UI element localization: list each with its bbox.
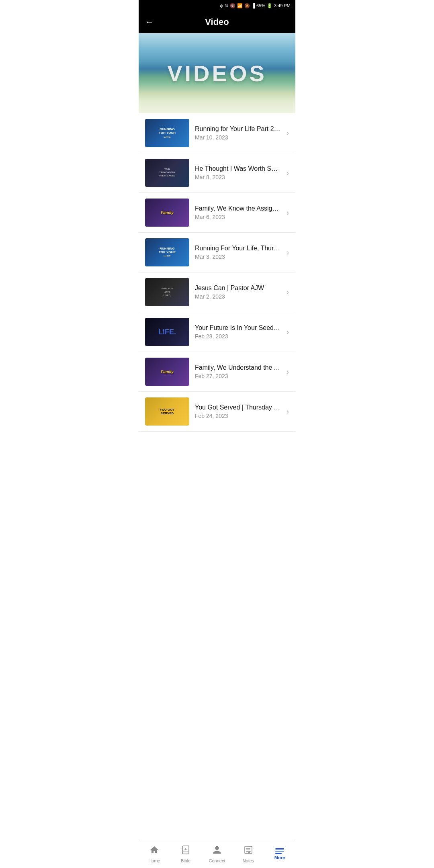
thumb-label: YOU GOTSERVED	[160, 408, 175, 415]
bluetooth-icon: ⬖	[220, 3, 223, 8]
video-date: Feb 24, 2023	[195, 413, 281, 419]
video-info: Family, We Understand the Assign.. Feb 2…	[195, 364, 281, 379]
video-date: Mar 3, 2023	[195, 254, 281, 260]
video-info: Your Future Is In Your Seed | Pastor.. F…	[195, 324, 281, 340]
battery-icon: 🔋	[267, 3, 272, 8]
chevron-right-icon: ›	[287, 328, 289, 336]
thumb-label: RUNNINGFOR YOURLIFE	[159, 127, 176, 139]
video-info: You Got Served | Thursday February.. Feb…	[195, 404, 281, 419]
video-title: Running for Your Life Part 2 | March..	[195, 125, 281, 133]
video-thumbnail: HOW YOUHAVELIVED,	[145, 278, 189, 306]
video-thumbnail: TO HTREAD OVERTHEIR CAUSE	[145, 159, 189, 187]
status-icons: ⬖ ℕ 🔇 📶 🔕 ▐ 65% 🔋 3:49 PM	[220, 3, 291, 8]
status-bar: ⬖ ℕ 🔇 📶 🔕 ▐ 65% 🔋 3:49 PM	[139, 0, 295, 11]
video-title: You Got Served | Thursday February..	[195, 404, 281, 411]
video-title: Family, We Know the Assignment, S..	[195, 205, 281, 212]
back-button[interactable]: ←	[145, 17, 154, 27]
video-date: Mar 8, 2023	[195, 174, 281, 180]
video-info: Family, We Know the Assignment, S.. Mar …	[195, 205, 281, 220]
list-item[interactable]: RUNNINGFOR YOURLIFE Running for Your Lif…	[139, 113, 295, 153]
video-info: Running for Your Life Part 2 | March.. M…	[195, 125, 281, 141]
list-item[interactable]: Family Family, We Know the Assignment, S…	[139, 193, 295, 233]
video-title: He Thought I Was Worth Saving | P..	[195, 165, 281, 172]
wifi-icon: 📶	[237, 3, 243, 8]
video-date: Mar 2, 2023	[195, 293, 281, 300]
chevron-right-icon: ›	[287, 368, 289, 376]
video-info: He Thought I Was Worth Saving | P.. Mar …	[195, 165, 281, 180]
notification-icon: 🔕	[244, 3, 250, 8]
video-title: Running For Your Life, Thursday Ma..	[195, 245, 281, 252]
thumb-label: HOW YOUHAVELIVED,	[160, 285, 174, 299]
video-title: Jesus Can | Pastor AJW	[195, 285, 281, 292]
video-thumbnail: LIFE.	[145, 318, 189, 346]
video-title: Family, We Understand the Assign..	[195, 364, 281, 371]
thumb-label: Family	[161, 211, 174, 215]
list-item[interactable]: HOW YOUHAVELIVED, Jesus Can | Pastor AJW…	[139, 272, 295, 312]
header: ← Video	[139, 11, 295, 33]
video-date: Mar 6, 2023	[195, 214, 281, 220]
nfc-icon: ℕ	[225, 3, 228, 8]
video-date: Mar 10, 2023	[195, 134, 281, 141]
video-thumbnail: Family	[145, 358, 189, 386]
video-info: Running For Your Life, Thursday Ma.. Mar…	[195, 245, 281, 260]
thumb-label: Family	[161, 370, 174, 374]
list-item[interactable]: Family Family, We Understand the Assign.…	[139, 352, 295, 392]
chevron-right-icon: ›	[287, 407, 289, 416]
chevron-right-icon: ›	[287, 209, 289, 217]
thumb-label: LIFE.	[158, 328, 176, 336]
list-item[interactable]: RUNNINGFOR YOURLIFE Running For Your Lif…	[139, 233, 295, 272]
video-thumbnail: RUNNINGFOR YOURLIFE	[145, 119, 189, 147]
chevron-right-icon: ›	[287, 248, 289, 257]
thumb-label: TO HTREAD OVERTHEIR CAUSE	[159, 168, 176, 177]
list-item[interactable]: LIFE. Your Future Is In Your Seed | Past…	[139, 312, 295, 352]
hero-banner: VIDEOS	[139, 33, 295, 113]
mute-icon: 🔇	[230, 3, 235, 8]
video-thumbnail: YOU GOTSERVED	[145, 397, 189, 426]
thumb-label: RUNNINGFOR YOURLIFE	[159, 247, 176, 258]
video-list: RUNNINGFOR YOURLIFE Running for Your Lif…	[139, 113, 295, 432]
battery-percent: 65%	[256, 3, 265, 8]
list-item[interactable]: YOU GOTSERVED You Got Served | Thursday …	[139, 392, 295, 432]
list-item[interactable]: TO HTREAD OVERTHEIR CAUSE He Thought I W…	[139, 153, 295, 193]
video-info: Jesus Can | Pastor AJW Mar 2, 2023	[195, 285, 281, 300]
video-thumbnail: RUNNINGFOR YOURLIFE	[145, 238, 189, 266]
video-date: Feb 27, 2023	[195, 373, 281, 379]
video-date: Feb 28, 2023	[195, 333, 281, 340]
video-title: Your Future Is In Your Seed | Pastor..	[195, 324, 281, 332]
chevron-right-icon: ›	[287, 129, 289, 137]
chevron-right-icon: ›	[287, 169, 289, 177]
time: 3:49 PM	[274, 3, 291, 8]
chevron-right-icon: ›	[287, 288, 289, 297]
page-title: Video	[205, 17, 229, 27]
hero-title: VIDEOS	[167, 60, 267, 86]
video-thumbnail: Family	[145, 199, 189, 227]
signal-icon: ▐	[252, 3, 255, 8]
